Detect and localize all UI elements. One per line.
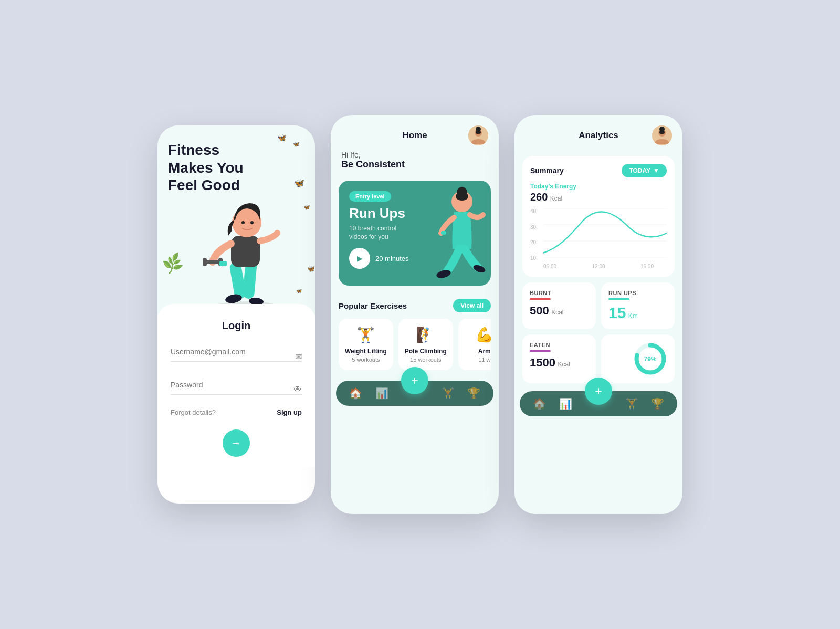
- section-header: Popular Exercises View all: [339, 299, 491, 312]
- fab-plus-icon: +: [411, 373, 418, 388]
- login-button[interactable]: →: [223, 429, 250, 457]
- svg-rect-5: [231, 236, 260, 267]
- home-title: Home: [402, 130, 427, 141]
- chevron-down-icon: ▼: [653, 167, 659, 174]
- runner-illustration: [430, 186, 491, 286]
- home-screen: Home Hi Ife, Be Consistent Entry level R…: [331, 115, 499, 514]
- email-input[interactable]: [171, 342, 302, 362]
- svg-point-11: [250, 221, 254, 224]
- screens-container: 🦋 🦋 🦋 🦋 🦋 🦋 🌿 Fitness Makes You Feel Goo…: [158, 115, 682, 514]
- burnt-bar: [530, 298, 551, 300]
- exercise-name: Weight Lifting: [345, 348, 387, 355]
- analytics-nav-home-icon[interactable]: 🏠: [533, 397, 546, 410]
- run-ups-label: RUN UPS: [608, 290, 667, 296]
- svg-rect-6: [205, 260, 220, 264]
- fab-button[interactable]: +: [401, 367, 428, 394]
- forgot-link[interactable]: Forgot details?: [171, 408, 216, 416]
- burnt-unit: Kcal: [551, 309, 563, 316]
- exercise-name: Arm: [465, 348, 491, 355]
- chart-x-labels: 06:00 12:00 16:00: [530, 264, 667, 269]
- energy-label: Today's Energy: [530, 183, 667, 190]
- butterfly-icon: 🦋: [303, 204, 310, 210]
- exercise-card-weight-lifting[interactable]: 🏋️ Weight Lifting 5 workouts: [339, 319, 393, 370]
- email-wrapper: ✉: [171, 342, 302, 370]
- progress-stat-card: 79%: [601, 334, 675, 383]
- login-hero: 🦋 🦋 🦋 🦋 🦋 🦋 🌿 Fitness Makes You Feel Goo…: [158, 125, 315, 314]
- hero-workout-card[interactable]: Entry level Run Ups 10 breath controlvid…: [339, 181, 491, 286]
- burnt-value: 500: [530, 304, 549, 317]
- summary-card: Summary TODAY ▼ Today's Energy 260 Kcal …: [522, 156, 675, 277]
- greeting-section: Hi Ife, Be Consistent: [331, 151, 499, 175]
- arrow-icon: →: [230, 436, 242, 450]
- entry-badge: Entry level: [349, 191, 391, 202]
- weight-lifting-icon: 🏋️: [345, 326, 387, 343]
- svg-rect-16: [476, 131, 481, 134]
- signup-link[interactable]: Sign up: [277, 408, 302, 416]
- eaten-stat-card: EATEN 1500 Kcal: [522, 334, 596, 383]
- energy-chart: 40 30 20 10: [530, 208, 667, 261]
- nav-home-icon[interactable]: 🏠: [349, 387, 362, 400]
- analytics-nav-chart-icon[interactable]: 📊: [559, 397, 572, 410]
- analytics-header: Analytics: [514, 115, 682, 151]
- exercise-card-arm[interactable]: 💪 Arm 11 w: [458, 319, 491, 370]
- analytics-bottom-nav: + 🏠 📊 🏋️ 🏆: [520, 391, 677, 416]
- exercise-count: 11 w: [465, 357, 491, 363]
- login-form: Login ✉ 👁 Forgot details? Sign up →: [158, 304, 315, 467]
- analytics-screen: Analytics Summary TODAY ▼ Today: [514, 115, 682, 514]
- summary-label: Summary: [530, 166, 564, 175]
- energy-value-row: 260 Kcal: [530, 191, 667, 203]
- eaten-unit: Kcal: [558, 361, 570, 368]
- password-wrapper: 👁: [171, 375, 302, 403]
- exercise-count: 5 workouts: [345, 357, 387, 363]
- analytics-nav-rank-icon[interactable]: 🏆: [651, 397, 664, 410]
- nav-workout-icon[interactable]: 🏋️: [442, 387, 455, 400]
- greeting-message: Be Consistent: [341, 159, 488, 170]
- email-icon: ✉: [295, 351, 302, 361]
- chart-y-labels: 40 30 20 10: [530, 208, 536, 261]
- analytics-title: Analytics: [545, 130, 652, 141]
- donut-percent: 79%: [644, 355, 656, 363]
- svg-point-19: [456, 192, 468, 201]
- user-avatar-analytics[interactable]: [652, 125, 672, 145]
- exercises-section: Popular Exercises View all 🏋️ Weight Lif…: [331, 291, 499, 373]
- svg-point-10: [242, 221, 245, 224]
- bottom-nav: + 🏠 📊 🏋️ 🏆: [336, 381, 494, 406]
- burnt-stat-card: BURNT 500 Kcal: [522, 282, 596, 329]
- burnt-label: BURNT: [530, 290, 589, 296]
- analytics-fab-button[interactable]: +: [585, 378, 612, 405]
- run-ups-stat-card: RUN UPS 15 Km: [601, 282, 675, 329]
- svg-rect-26: [659, 131, 665, 134]
- exercise-cards: 🏋️ Weight Lifting 5 workouts 🧗 Pole Clim…: [339, 319, 491, 370]
- login-heading: Login: [171, 320, 302, 332]
- eaten-value-row: 1500 Kcal: [530, 356, 589, 370]
- summary-header: Summary TODAY ▼: [530, 164, 667, 177]
- butterfly-icon: 🦋: [307, 265, 315, 272]
- exercise-name: Pole Climbing: [405, 348, 447, 355]
- view-all-button[interactable]: View all: [453, 299, 491, 312]
- nav-analytics-icon[interactable]: 📊: [375, 387, 388, 400]
- analytics-fab-icon: +: [595, 384, 602, 399]
- eaten-bar: [530, 350, 551, 352]
- user-avatar[interactable]: [468, 125, 488, 145]
- home-header: Home: [331, 115, 499, 151]
- duration-text: 20 minutes: [375, 255, 409, 263]
- exercises-title: Popular Exercises: [339, 301, 407, 310]
- svg-rect-7: [203, 258, 207, 266]
- leaf-icon: 🌿: [160, 251, 185, 276]
- donut-chart: 79%: [633, 342, 667, 376]
- run-ups-bar: [608, 298, 629, 300]
- exercise-count: 15 workouts: [405, 357, 447, 363]
- today-button[interactable]: TODAY ▼: [622, 164, 667, 177]
- run-ups-value-row: 15 Km: [608, 304, 667, 322]
- play-button[interactable]: ▶: [349, 248, 370, 269]
- analytics-nav-workout-icon[interactable]: 🏋️: [625, 397, 638, 410]
- login-links: Forgot details? Sign up: [171, 408, 302, 416]
- exercise-card-pole-climbing[interactable]: 🧗 Pole Climbing 15 workouts: [398, 319, 453, 370]
- arm-icon: 💪: [465, 326, 491, 343]
- nav-rank-icon[interactable]: 🏆: [467, 387, 480, 400]
- greeting-name: Hi Ife,: [341, 151, 488, 159]
- stats-grid: BURNT 500 Kcal RUN UPS 15 Km EATEN: [522, 282, 675, 383]
- password-input[interactable]: [171, 375, 302, 395]
- title-line3: Feel Good: [168, 176, 304, 194]
- chart-svg: [543, 208, 667, 258]
